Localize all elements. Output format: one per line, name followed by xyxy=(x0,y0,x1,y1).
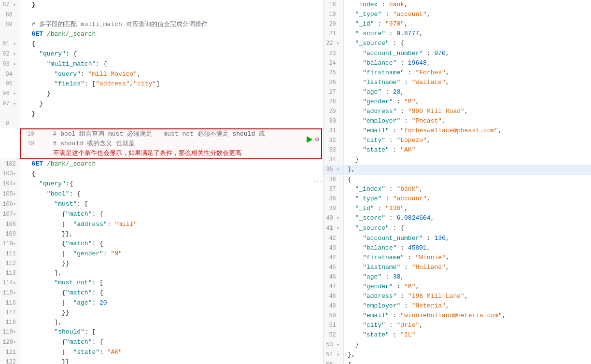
code-line-111: 111 | "gender": "M" xyxy=(0,249,323,259)
rln-24: 24 xyxy=(324,58,344,68)
rc-24: "balance" : 19648, xyxy=(344,58,591,68)
result-line-27: 27 "age" : 28, xyxy=(324,87,591,97)
line-num-113: 113 xyxy=(0,268,20,278)
result-line-24: 24 "balance" : 19648, xyxy=(324,58,591,68)
code-area[interactable]: 87 ▾ } 88 89 # 多字段的匹配 multi_match 对应查询的值… xyxy=(0,0,323,364)
rln-19: 19 xyxy=(324,10,344,19)
result-line-50: 50 "email" : "winnieholland@neteria.com"… xyxy=(324,311,591,321)
line-num-98 xyxy=(0,109,20,119)
result-line-25: 25 "firstname" : "Forbes", xyxy=(324,68,591,78)
code-line-100: 10 # bool 组合查询 must 必须满足 must-not 必须不满足 … xyxy=(21,129,321,139)
line-content-105: "bool": { xyxy=(20,189,323,199)
run-buttons: ⚙ xyxy=(307,135,319,143)
rc-19: "_type" : "account", xyxy=(344,10,591,19)
rln-46: 46 xyxy=(324,272,344,282)
line-content-97: } xyxy=(20,99,323,109)
highlight-box: 10 # bool 组合查询 must 必须满足 must-not 必须不满足 … xyxy=(20,128,322,159)
line-num-122: 122 xyxy=(0,357,20,364)
rc-47: "gender" : "M", xyxy=(344,282,591,292)
result-line-41: 41 ▾ "_source" : { xyxy=(324,224,591,234)
line-num-100: 10 xyxy=(21,129,42,139)
editor-container: 87 ▾ } 88 89 # 多字段的匹配 multi_match 对应查询的值… xyxy=(0,0,591,364)
line-num-107: 107▾ xyxy=(0,210,20,220)
rc-32: "city" : "Lopezo", xyxy=(344,136,591,145)
line-content-101b: 不满足这个条件也会显示，如果满足了条件，那么相关性分数会更高 xyxy=(42,149,321,158)
code-line-98: } xyxy=(0,109,323,119)
run-button[interactable] xyxy=(307,136,312,143)
line-num-94: 94 xyxy=(0,70,20,79)
code-line-89: 89 # 多字段的匹配 multi_match 对应查询的值会完成分词操作 xyxy=(0,20,323,29)
wrench-button[interactable]: ⚙ xyxy=(315,135,319,143)
collapse-87[interactable]: ▾ xyxy=(13,2,16,8)
rc-27: "age" : 28, xyxy=(344,87,591,97)
result-line-36: 36 { xyxy=(324,175,591,184)
result-line-47: 47 "gender" : "M", xyxy=(324,282,591,292)
code-line-95: 95 "fields": ["address","city"] xyxy=(0,79,323,89)
code-line-109: 109 }}, xyxy=(0,229,323,239)
result-line-37: 37 "_index" : "bank", xyxy=(324,184,591,194)
line-content-103: { xyxy=(20,169,323,179)
rln-55: 55 ▾ xyxy=(324,360,344,364)
rc-41: "_source" : { xyxy=(344,224,591,234)
code-line-96: 96 ▾ } xyxy=(0,89,323,99)
rc-50: "email" : "winnieholland@neteria.com", xyxy=(344,311,591,321)
line-content-89: # 多字段的匹配 multi_match 对应查询的值会完成分词操作 xyxy=(20,20,323,29)
line-content-98: } xyxy=(20,109,323,119)
line-content-121: | "state": "AK" xyxy=(20,348,323,357)
result-line-20: 20 "_id" : "970", xyxy=(324,19,591,29)
line-num-88: 88 xyxy=(0,10,20,20)
rc-48: "address" : "198 Mill Lane", xyxy=(344,292,591,301)
code-line-110: 110▾ {"match": { xyxy=(0,239,323,249)
code-line-99: 9 xyxy=(0,119,323,128)
line-content-104: "query":{ xyxy=(20,179,323,189)
code-line-108: 108 | "address": "mill" xyxy=(0,220,323,229)
line-num-121: 121 xyxy=(0,348,20,357)
line-num-99: 9 xyxy=(0,119,20,128)
right-panel: 18 _index : bank, 19 "_type" : "account"… xyxy=(324,0,591,364)
rc-46: "age" : 38, xyxy=(344,272,591,282)
rln-26: 26 xyxy=(324,78,344,87)
vertical-separator: ⋮ xyxy=(313,177,323,187)
rln-48: 48 xyxy=(324,292,344,301)
line-content-117: }} xyxy=(20,308,323,318)
result-line-30: 30 "employer" : "Pheast", xyxy=(324,116,591,126)
line-content-93: "multi_match": { xyxy=(20,59,323,69)
code-line-91: 91 ▾ { xyxy=(0,39,323,49)
line-num-102: 102 xyxy=(0,159,20,169)
rc-49: "employer" : "Neteria", xyxy=(344,301,591,311)
result-line-51: 51 "city" : "Urie", xyxy=(324,321,591,330)
line-content-96: } xyxy=(20,89,323,98)
rln-43: 43 xyxy=(324,243,344,253)
line-content-101: # should 或的含义 也就是 xyxy=(42,139,321,149)
line-content-122: }} xyxy=(20,357,323,364)
code-line-114: 114▾ "must_not": [ xyxy=(0,278,323,288)
code-line-119: 119▾ "should": [ xyxy=(0,327,323,337)
line-num-101b xyxy=(21,149,42,158)
rc-34: } xyxy=(344,155,591,165)
result-line-23: 23 "account_number" : 970, xyxy=(324,49,591,58)
rln-23: 23 xyxy=(324,49,344,58)
result-line-46: 46 "age" : 38, xyxy=(324,272,591,282)
result-line-19: 19 "_type" : "account", xyxy=(324,10,591,19)
rc-44: "firstname" : "Winnie", xyxy=(344,253,591,263)
result-line-52: 52 "state" : "IL" xyxy=(324,330,591,340)
rc-21: "_score" : 9.8777, xyxy=(344,29,591,39)
line-content-109: }}, xyxy=(20,229,323,239)
rc-26: "lastname" : "Wallace", xyxy=(344,78,591,87)
result-line-22: 22 ▾ "_source" : { xyxy=(324,39,591,49)
rln-41: 41 ▾ xyxy=(324,224,344,234)
result-line-29: 29 "address" : "990 Mill Road", xyxy=(324,107,591,116)
result-line-31: 31 "email" : "forbeswallace@pheast.com", xyxy=(324,126,591,136)
result-line-21: 21 "_score" : 9.8777, xyxy=(324,29,591,39)
line-content-112: }} xyxy=(20,259,323,268)
code-line-106: 106▾ "must": [ xyxy=(0,199,323,210)
code-line-104: 104▾ "query":{ xyxy=(0,179,323,189)
line-content-110: {"match": { xyxy=(20,239,323,249)
line-content-91: { xyxy=(20,39,323,49)
result-area[interactable]: 18 _index : bank, 19 "_type" : "account"… xyxy=(324,0,591,364)
rln-34: 34 xyxy=(324,155,344,165)
result-line-45: 45 "lastname" : "Holland", xyxy=(324,263,591,272)
line-num-97: 97 ▾ xyxy=(0,99,20,109)
rln-29: 29 xyxy=(324,107,344,116)
line-num-101: 10 xyxy=(21,139,42,149)
